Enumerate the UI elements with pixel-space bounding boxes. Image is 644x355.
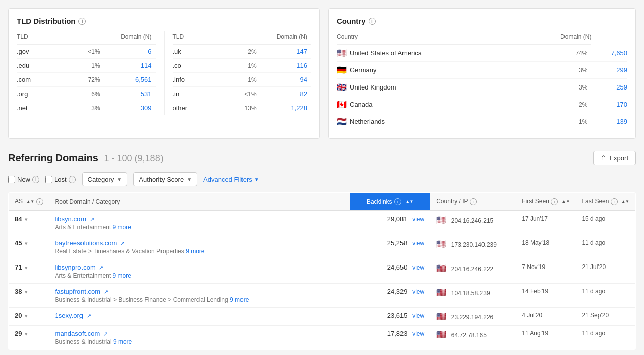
- new-checkbox-label[interactable]: New i: [8, 175, 39, 183]
- export-button[interactable]: ⇧ Export: [593, 151, 636, 165]
- more-link[interactable]: 9 more: [230, 296, 249, 303]
- tld-count[interactable]: 82: [261, 87, 311, 101]
- table-row: 20 ▾ 1sexy.org ↗ 23,615 view 🇺🇸 23.229.1…: [9, 308, 636, 326]
- first-seen-cell: 7 Nov'19: [516, 259, 576, 284]
- col-as-label: AS: [15, 198, 23, 205]
- tld-count[interactable]: 6: [104, 45, 156, 59]
- new-checkbox[interactable]: [8, 176, 15, 183]
- country-title-text: Country: [337, 17, 366, 25]
- new-info-icon[interactable]: i: [32, 176, 39, 183]
- referring-section: Referring Domains 1 - 100 (9,188) ⇧ Expo…: [8, 151, 636, 350]
- col-first-seen-info-icon[interactable]: i: [551, 198, 558, 205]
- domain-link[interactable]: libsynpro.com: [55, 263, 96, 271]
- backlinks-cell: 24,329 view: [350, 284, 430, 308]
- row-flag: 🇺🇸: [436, 240, 446, 248]
- view-link[interactable]: view: [412, 264, 424, 271]
- country-count[interactable]: 299: [591, 62, 627, 79]
- more-link[interactable]: 9 more: [113, 272, 131, 279]
- tld-pct: 2%: [220, 45, 261, 59]
- view-link[interactable]: view: [412, 312, 424, 319]
- country-count[interactable]: 7,650: [591, 45, 627, 62]
- new-label: New: [17, 175, 30, 183]
- ip-address: 204.16.246.215: [451, 217, 493, 224]
- row-flag: 🇺🇸: [436, 216, 446, 224]
- tld-pct: 1%: [220, 73, 261, 87]
- col-last-seen-info-icon[interactable]: i: [611, 198, 618, 205]
- col-backlinks-info-icon[interactable]: i: [394, 198, 401, 205]
- tld-name: .gov: [17, 45, 63, 59]
- col-country[interactable]: Country / IP i: [430, 193, 516, 211]
- view-link[interactable]: view: [412, 330, 424, 337]
- tld-panel: TLD Distribution i TLD Domain (N): [8, 8, 320, 139]
- tld-right-row: .uk 2% 147: [173, 45, 312, 59]
- view-link[interactable]: view: [412, 288, 424, 295]
- country-pct: 3%: [524, 79, 592, 96]
- tld-name: .com: [17, 73, 63, 87]
- tld-left-row: .edu 1% 114: [17, 59, 156, 73]
- country-flag: 🇺🇸: [337, 48, 347, 58]
- col-last-seen[interactable]: Last Seen i ▲▼: [576, 193, 635, 211]
- authority-score-filter-button[interactable]: Authority Score ▼: [133, 172, 197, 186]
- col-domain-label: Root Domain / Category: [55, 198, 120, 205]
- as-chevron-icon: ▾: [25, 241, 27, 246]
- lost-checkbox[interactable]: [45, 176, 52, 183]
- lost-checkbox-label[interactable]: Lost i: [45, 175, 76, 183]
- domain-link[interactable]: mandasoft.com: [55, 330, 100, 337]
- tld-name: .org: [17, 87, 63, 101]
- col-first-seen[interactable]: First Seen i ▲▼: [516, 193, 576, 211]
- tld-count[interactable]: 147: [261, 45, 311, 59]
- domain-link[interactable]: libsyn.com: [55, 215, 86, 223]
- view-link[interactable]: view: [412, 216, 424, 223]
- more-link[interactable]: 9 more: [113, 224, 131, 231]
- country-count[interactable]: 170: [591, 96, 627, 113]
- domain-link[interactable]: baytreesolutions.com: [55, 239, 117, 247]
- col-country-info-icon[interactable]: i: [470, 198, 477, 205]
- tld-count[interactable]: 94: [261, 73, 311, 87]
- tld-count[interactable]: 6,561: [104, 73, 156, 87]
- tld-info-icon[interactable]: i: [78, 18, 86, 25]
- col-backlinks[interactable]: Backlinks i ▲▼: [350, 193, 430, 211]
- col-as-info-icon[interactable]: i: [36, 198, 43, 205]
- domain-link[interactable]: fastupfront.com: [55, 288, 101, 295]
- country-count[interactable]: 139: [591, 113, 627, 130]
- lost-label: Lost: [54, 175, 67, 183]
- country-info-icon[interactable]: i: [369, 18, 376, 25]
- col-as[interactable]: AS ▲▼ i: [9, 193, 49, 211]
- backlinks-count: 24,650: [387, 263, 408, 271]
- tld-count[interactable]: 116: [261, 59, 311, 73]
- tld-left: TLD Domain (N) .gov <1% 6 .edu 1% 114 .c…: [17, 31, 156, 115]
- tld-divider: [164, 31, 165, 115]
- more-link[interactable]: 9 more: [113, 338, 132, 345]
- domain-category: Arts & Entertainment 9 more: [55, 272, 344, 279]
- tld-pct: 3%: [63, 101, 104, 115]
- tld-count[interactable]: 1,228: [261, 101, 311, 115]
- tld-right-table: TLD Domain (N) .uk 2% 147 .co 1% 116 .in…: [173, 31, 312, 115]
- tld-count[interactable]: 531: [104, 87, 156, 101]
- tld-count[interactable]: 114: [104, 59, 156, 73]
- country-row: 🇨🇦 Canada 2% 170: [337, 96, 627, 113]
- advanced-filters-button[interactable]: Advanced Filters ▼: [203, 175, 259, 183]
- tld-count[interactable]: 309: [104, 101, 156, 115]
- tld-right-row: other 13% 1,228: [173, 101, 312, 115]
- tld-name: .in: [173, 87, 220, 101]
- last-seen-cell: 11 d ago: [576, 235, 635, 259]
- as-chevron-icon: ▾: [25, 331, 27, 337]
- tld-left-table: TLD Domain (N) .gov <1% 6 .edu 1% 114 .c…: [17, 31, 156, 115]
- domain-cell: mandasoft.com ↗ Business & Industrial 9 …: [49, 326, 350, 350]
- tld-col-tld-right: TLD: [173, 31, 220, 45]
- category-filter-button[interactable]: Category ▼: [82, 172, 128, 186]
- backlinks-count: 29,081: [387, 215, 408, 223]
- row-flag: 🇺🇸: [436, 288, 446, 297]
- tld-col-tld-left: TLD: [17, 31, 63, 45]
- view-link[interactable]: view: [412, 240, 424, 247]
- referring-title: Referring Domains: [8, 152, 98, 163]
- tld-left-row: .gov <1% 6: [17, 45, 156, 59]
- domain-link[interactable]: 1sexy.org: [55, 312, 83, 319]
- tld-pct: 1%: [220, 59, 261, 73]
- external-link-icon: ↗: [87, 313, 91, 319]
- first-seen-cell: 18 May'18: [516, 235, 576, 259]
- tld-pct: 13%: [220, 101, 261, 115]
- lost-info-icon[interactable]: i: [69, 176, 76, 183]
- country-count[interactable]: 259: [591, 79, 627, 96]
- more-link[interactable]: 9 more: [186, 248, 204, 255]
